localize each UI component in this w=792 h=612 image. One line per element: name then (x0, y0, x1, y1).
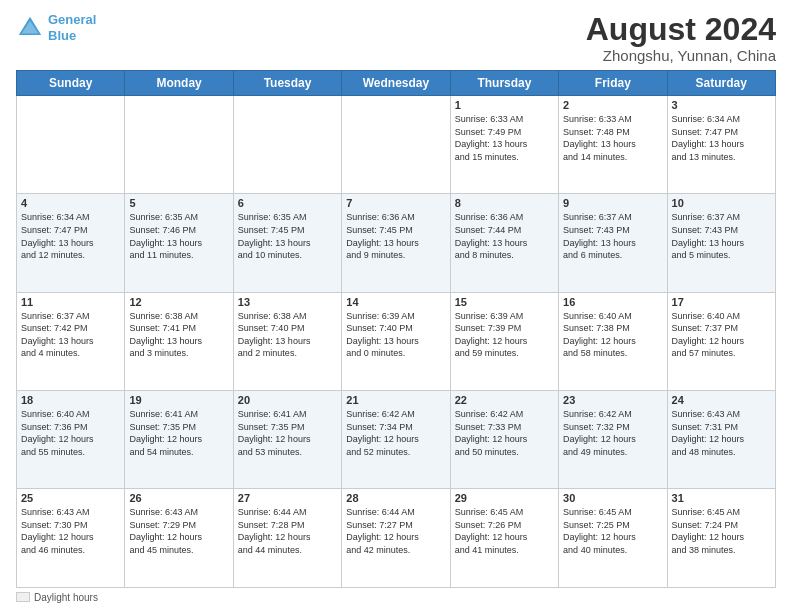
calendar-cell: 31Sunrise: 6:45 AM Sunset: 7:24 PM Dayli… (667, 489, 775, 587)
calendar-cell: 3Sunrise: 6:34 AM Sunset: 7:47 PM Daylig… (667, 96, 775, 194)
header: General Blue August 2024 Zhongshu, Yunna… (16, 12, 776, 64)
calendar-cell: 5Sunrise: 6:35 AM Sunset: 7:46 PM Daylig… (125, 194, 233, 292)
calendar-cell: 16Sunrise: 6:40 AM Sunset: 7:38 PM Dayli… (559, 292, 667, 390)
day-number: 9 (563, 197, 662, 209)
calendar-cell: 15Sunrise: 6:39 AM Sunset: 7:39 PM Dayli… (450, 292, 558, 390)
calendar-cell: 29Sunrise: 6:45 AM Sunset: 7:26 PM Dayli… (450, 489, 558, 587)
calendar-cell: 28Sunrise: 6:44 AM Sunset: 7:27 PM Dayli… (342, 489, 450, 587)
week-row-5: 25Sunrise: 6:43 AM Sunset: 7:30 PM Dayli… (17, 489, 776, 587)
col-sunday: Sunday (17, 71, 125, 96)
day-number: 4 (21, 197, 120, 209)
day-info: Sunrise: 6:38 AM Sunset: 7:41 PM Dayligh… (129, 310, 228, 360)
day-number: 2 (563, 99, 662, 111)
day-number: 16 (563, 296, 662, 308)
calendar-cell: 13Sunrise: 6:38 AM Sunset: 7:40 PM Dayli… (233, 292, 341, 390)
calendar-cell: 4Sunrise: 6:34 AM Sunset: 7:47 PM Daylig… (17, 194, 125, 292)
day-number: 20 (238, 394, 337, 406)
day-number: 8 (455, 197, 554, 209)
calendar-cell: 20Sunrise: 6:41 AM Sunset: 7:35 PM Dayli… (233, 390, 341, 488)
calendar-cell: 10Sunrise: 6:37 AM Sunset: 7:43 PM Dayli… (667, 194, 775, 292)
calendar-cell: 30Sunrise: 6:45 AM Sunset: 7:25 PM Dayli… (559, 489, 667, 587)
logo-text: General Blue (48, 12, 96, 43)
week-row-1: 1Sunrise: 6:33 AM Sunset: 7:49 PM Daylig… (17, 96, 776, 194)
calendar-cell: 27Sunrise: 6:44 AM Sunset: 7:28 PM Dayli… (233, 489, 341, 587)
logo-icon (16, 14, 44, 42)
day-number: 17 (672, 296, 771, 308)
day-number: 11 (21, 296, 120, 308)
calendar-table: Sunday Monday Tuesday Wednesday Thursday… (16, 70, 776, 587)
calendar-cell: 22Sunrise: 6:42 AM Sunset: 7:33 PM Dayli… (450, 390, 558, 488)
week-row-4: 18Sunrise: 6:40 AM Sunset: 7:36 PM Dayli… (17, 390, 776, 488)
day-info: Sunrise: 6:39 AM Sunset: 7:39 PM Dayligh… (455, 310, 554, 360)
week-row-3: 11Sunrise: 6:37 AM Sunset: 7:42 PM Dayli… (17, 292, 776, 390)
footer-item: Daylight hours (16, 592, 98, 603)
col-thursday: Thursday (450, 71, 558, 96)
day-number: 1 (455, 99, 554, 111)
day-info: Sunrise: 6:44 AM Sunset: 7:28 PM Dayligh… (238, 506, 337, 556)
day-info: Sunrise: 6:34 AM Sunset: 7:47 PM Dayligh… (672, 113, 771, 163)
calendar-cell: 7Sunrise: 6:36 AM Sunset: 7:45 PM Daylig… (342, 194, 450, 292)
day-number: 14 (346, 296, 445, 308)
calendar-cell: 18Sunrise: 6:40 AM Sunset: 7:36 PM Dayli… (17, 390, 125, 488)
title-block: August 2024 Zhongshu, Yunnan, China (586, 12, 776, 64)
calendar-cell: 21Sunrise: 6:42 AM Sunset: 7:34 PM Dayli… (342, 390, 450, 488)
day-number: 19 (129, 394, 228, 406)
day-info: Sunrise: 6:45 AM Sunset: 7:26 PM Dayligh… (455, 506, 554, 556)
day-info: Sunrise: 6:38 AM Sunset: 7:40 PM Dayligh… (238, 310, 337, 360)
calendar-cell: 25Sunrise: 6:43 AM Sunset: 7:30 PM Dayli… (17, 489, 125, 587)
day-number: 7 (346, 197, 445, 209)
logo-line1: General (48, 12, 96, 27)
calendar-cell: 24Sunrise: 6:43 AM Sunset: 7:31 PM Dayli… (667, 390, 775, 488)
col-friday: Friday (559, 71, 667, 96)
day-number: 25 (21, 492, 120, 504)
calendar-cell: 1Sunrise: 6:33 AM Sunset: 7:49 PM Daylig… (450, 96, 558, 194)
sub-title: Zhongshu, Yunnan, China (586, 47, 776, 64)
day-number: 27 (238, 492, 337, 504)
day-info: Sunrise: 6:34 AM Sunset: 7:47 PM Dayligh… (21, 211, 120, 261)
calendar-cell: 8Sunrise: 6:36 AM Sunset: 7:44 PM Daylig… (450, 194, 558, 292)
day-info: Sunrise: 6:43 AM Sunset: 7:30 PM Dayligh… (21, 506, 120, 556)
day-info: Sunrise: 6:44 AM Sunset: 7:27 PM Dayligh… (346, 506, 445, 556)
day-number: 13 (238, 296, 337, 308)
day-info: Sunrise: 6:41 AM Sunset: 7:35 PM Dayligh… (238, 408, 337, 458)
main-title: August 2024 (586, 12, 776, 47)
calendar-cell: 19Sunrise: 6:41 AM Sunset: 7:35 PM Dayli… (125, 390, 233, 488)
calendar-cell: 9Sunrise: 6:37 AM Sunset: 7:43 PM Daylig… (559, 194, 667, 292)
day-number: 3 (672, 99, 771, 111)
calendar-cell: 11Sunrise: 6:37 AM Sunset: 7:42 PM Dayli… (17, 292, 125, 390)
calendar-cell: 6Sunrise: 6:35 AM Sunset: 7:45 PM Daylig… (233, 194, 341, 292)
logo: General Blue (16, 12, 96, 43)
week-row-2: 4Sunrise: 6:34 AM Sunset: 7:47 PM Daylig… (17, 194, 776, 292)
logo-line2: Blue (48, 28, 76, 43)
calendar-cell: 14Sunrise: 6:39 AM Sunset: 7:40 PM Dayli… (342, 292, 450, 390)
day-info: Sunrise: 6:42 AM Sunset: 7:34 PM Dayligh… (346, 408, 445, 458)
day-info: Sunrise: 6:42 AM Sunset: 7:33 PM Dayligh… (455, 408, 554, 458)
day-number: 5 (129, 197, 228, 209)
calendar-cell (17, 96, 125, 194)
day-info: Sunrise: 6:39 AM Sunset: 7:40 PM Dayligh… (346, 310, 445, 360)
day-header-row: Sunday Monday Tuesday Wednesday Thursday… (17, 71, 776, 96)
day-info: Sunrise: 6:43 AM Sunset: 7:29 PM Dayligh… (129, 506, 228, 556)
calendar-cell: 23Sunrise: 6:42 AM Sunset: 7:32 PM Dayli… (559, 390, 667, 488)
calendar-cell: 12Sunrise: 6:38 AM Sunset: 7:41 PM Dayli… (125, 292, 233, 390)
col-tuesday: Tuesday (233, 71, 341, 96)
day-number: 12 (129, 296, 228, 308)
day-info: Sunrise: 6:40 AM Sunset: 7:36 PM Dayligh… (21, 408, 120, 458)
day-number: 21 (346, 394, 445, 406)
footer-box (16, 592, 30, 602)
col-wednesday: Wednesday (342, 71, 450, 96)
day-info: Sunrise: 6:37 AM Sunset: 7:42 PM Dayligh… (21, 310, 120, 360)
day-info: Sunrise: 6:41 AM Sunset: 7:35 PM Dayligh… (129, 408, 228, 458)
calendar-cell (125, 96, 233, 194)
day-info: Sunrise: 6:37 AM Sunset: 7:43 PM Dayligh… (563, 211, 662, 261)
day-number: 10 (672, 197, 771, 209)
day-number: 31 (672, 492, 771, 504)
day-number: 30 (563, 492, 662, 504)
day-number: 23 (563, 394, 662, 406)
page: General Blue August 2024 Zhongshu, Yunna… (0, 0, 792, 612)
calendar-cell: 17Sunrise: 6:40 AM Sunset: 7:37 PM Dayli… (667, 292, 775, 390)
day-info: Sunrise: 6:45 AM Sunset: 7:25 PM Dayligh… (563, 506, 662, 556)
calendar-cell: 2Sunrise: 6:33 AM Sunset: 7:48 PM Daylig… (559, 96, 667, 194)
day-info: Sunrise: 6:45 AM Sunset: 7:24 PM Dayligh… (672, 506, 771, 556)
col-saturday: Saturday (667, 71, 775, 96)
